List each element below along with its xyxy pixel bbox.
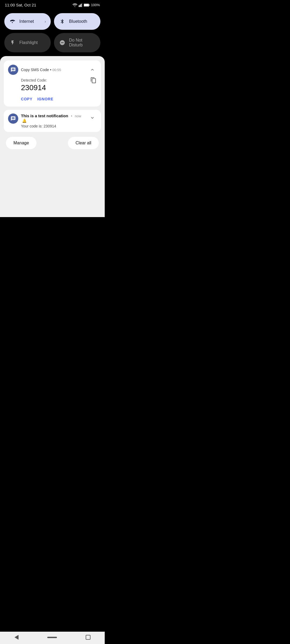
svg-rect-1 xyxy=(80,5,81,7)
status-icons: 100% xyxy=(73,3,100,7)
dnd-tile[interactable]: Do Not Disturb xyxy=(54,33,100,52)
svg-rect-2 xyxy=(81,4,82,7)
test-notif-time: • xyxy=(71,114,73,118)
status-time: 11:00 Sat, Oct 21 xyxy=(5,3,36,7)
test-app-icon xyxy=(8,114,18,124)
status-bar: 11:00 Sat, Oct 21 100% xyxy=(0,0,105,9)
battery-percent: 100% xyxy=(91,3,100,7)
bluetooth-icon xyxy=(59,18,66,25)
test-notif-title: This is a test notification xyxy=(21,114,68,118)
internet-tile[interactable]: Internet › xyxy=(4,13,51,30)
flashlight-label: Flashlight xyxy=(19,40,38,45)
test-notification: This is a test notification • now 🔔 Your… xyxy=(4,110,101,132)
wifi-icon xyxy=(73,3,77,7)
sms-code-notification: Copy SMS Code • 00:55 Detected Code: 230… xyxy=(4,60,101,107)
flashlight-icon xyxy=(9,39,16,46)
dnd-icon xyxy=(59,39,66,46)
battery-icon xyxy=(84,3,90,7)
quick-tiles-grid: Internet › Bluetooth Flashlight Do Not D… xyxy=(0,9,105,56)
test-notif-time-value: now xyxy=(75,114,81,118)
detected-code-value: 230914 xyxy=(21,83,97,92)
sms-app-name: Copy SMS Code • 00:55 xyxy=(21,68,85,72)
bluetooth-tile[interactable]: Bluetooth xyxy=(54,13,100,30)
sms-notif-actions: COPY IGNORE xyxy=(21,96,97,102)
copy-to-clipboard-icon[interactable] xyxy=(90,77,97,85)
test-notif-row: This is a test notification • now 🔔 Your… xyxy=(8,114,97,128)
test-notif-subtitle: Your code is: 230914 xyxy=(21,124,85,128)
internet-arrow: › xyxy=(45,19,46,24)
test-notif-body: This is a test notification • now 🔔 Your… xyxy=(21,114,85,128)
notification-panel: Copy SMS Code • 00:55 Detected Code: 230… xyxy=(0,56,105,217)
internet-icon xyxy=(9,18,16,25)
clear-all-button[interactable]: Clear all xyxy=(68,137,99,149)
dnd-label: Do Not Disturb xyxy=(69,38,96,47)
sms-collapse-chevron[interactable] xyxy=(88,65,97,74)
sms-notif-body: Detected Code: 230914 COPY IGNORE xyxy=(8,75,97,102)
signal-icon xyxy=(79,3,82,7)
sms-time: 00:55 xyxy=(52,68,61,72)
sms-title-row: Copy SMS Code • 00:55 xyxy=(21,68,85,72)
svg-rect-0 xyxy=(79,5,79,7)
test-expand-chevron[interactable] xyxy=(88,114,97,122)
svg-rect-6 xyxy=(84,4,89,6)
sms-notif-header: Copy SMS Code • 00:55 xyxy=(8,65,97,75)
detected-code-label: Detected Code: xyxy=(21,78,97,82)
flashlight-tile[interactable]: Flashlight xyxy=(4,33,51,52)
bluetooth-label: Bluetooth xyxy=(69,19,87,24)
manage-button[interactable]: Manage xyxy=(6,137,37,149)
bell-icon: 🔔 xyxy=(22,119,27,123)
ignore-code-button[interactable]: IGNORE xyxy=(37,96,53,102)
bottom-actions: Manage Clear all xyxy=(4,136,101,152)
test-notif-title-line: This is a test notification • now 🔔 xyxy=(21,114,85,123)
internet-label: Internet xyxy=(19,19,34,24)
svg-rect-3 xyxy=(82,3,82,7)
svg-rect-5 xyxy=(89,4,89,6)
sms-app-icon xyxy=(8,65,18,75)
copy-code-button[interactable]: COPY xyxy=(21,96,32,102)
sms-time-dot: • xyxy=(50,68,52,72)
